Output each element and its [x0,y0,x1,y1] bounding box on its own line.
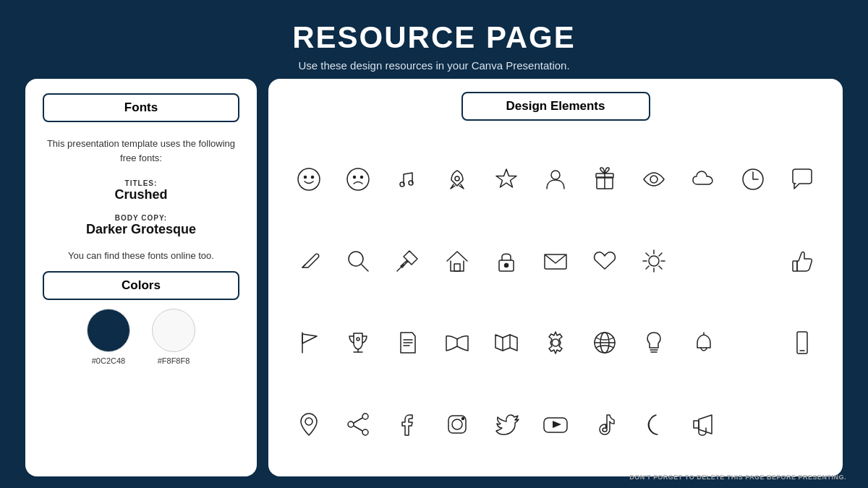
empty-slot-4 [734,406,772,443]
svg-marker-42 [495,335,517,351]
svg-line-29 [646,253,649,256]
svg-line-57 [354,418,362,423]
sun-icon [635,242,673,280]
svg-point-61 [461,417,464,419]
svg-point-22 [504,263,508,267]
bell-icon [685,324,723,361]
flag-icon [290,324,328,361]
sad-face-icon [339,160,377,198]
location-icon [290,406,328,443]
svg-line-58 [354,426,362,431]
svg-point-45 [552,339,559,346]
colors-label: Colors [43,271,239,300]
music-note-icon [388,160,426,198]
svg-rect-20 [454,264,460,271]
thumbsup-icon [783,242,821,280]
svg-point-24 [649,256,659,266]
twitter-icon [488,406,525,443]
main-content: Fonts This presentation template uses th… [25,79,843,488]
svg-line-19 [397,265,404,271]
color-swatches: #0C2C48 #F8F8F8 [43,309,239,365]
svg-point-60 [452,419,462,429]
svg-line-32 [646,266,649,269]
speech-bubble-icon [783,160,821,198]
left-panel: Fonts This presentation template uses th… [25,79,257,476]
home-icon [438,242,476,280]
share-icon [339,406,377,443]
search-icon [339,242,377,280]
svg-line-31 [659,253,662,256]
youtube-icon [537,406,574,443]
lock-icon [488,242,525,280]
smiley-icon [290,160,328,198]
trophy-icon [339,324,377,361]
colors-section: Colors #0C2C48 #F8F8F8 [43,271,239,365]
svg-point-5 [361,176,363,178]
globe-icon [586,324,624,361]
book-icon [438,324,476,361]
color-swatch-light: #F8F8F8 [152,309,195,365]
color-swatch-dark: #0C2C48 [87,309,130,365]
gift-icon [586,160,624,198]
color-circle-dark [87,309,130,352]
eye-icon [635,160,673,198]
fonts-label: Fonts [43,93,239,122]
footer-note: DON'T FORGET TO DELETE THIS PAGE BEFORE … [629,474,846,481]
right-panel: Design Elements [268,79,843,476]
title-label: TITLES: [114,179,167,187]
body-font-name: Darker Grotesque [86,222,196,237]
svg-point-54 [362,414,368,419]
empty-slot-2 [734,242,772,280]
title-font-name: Crushed [114,187,167,202]
fonts-description: This presentation template uses the foll… [43,137,239,165]
svg-point-3 [347,168,369,190]
mobile-icon [783,324,821,361]
color-circle-light [152,309,195,352]
svg-point-4 [354,176,356,178]
page-subtitle: Use these design resources in your Canva… [292,59,576,72]
color-hex-dark: #0C2C48 [92,356,125,365]
svg-point-1 [305,176,307,178]
svg-point-8 [455,176,459,181]
design-elements-label: Design Elements [461,92,650,121]
empty-slot-3 [734,324,772,361]
svg-line-30 [659,266,662,269]
person-icon [537,160,574,198]
svg-marker-9 [496,169,516,187]
svg-point-55 [348,421,354,427]
mail-icon [537,242,574,280]
svg-point-37 [357,338,359,341]
star-icon [488,160,525,198]
svg-point-17 [349,252,363,266]
gear-icon [537,324,574,361]
clock-icon [734,160,772,198]
document-icon [388,324,426,361]
svg-point-10 [551,171,560,179]
moon-icon [635,406,673,443]
body-label: BODY COPY: [86,214,196,222]
svg-line-18 [362,265,368,271]
pencil-icon [290,242,328,280]
title-font-entry: TITLES: Crushed [114,179,167,202]
svg-marker-63 [553,421,561,428]
svg-point-56 [362,429,368,435]
svg-rect-33 [793,261,797,271]
cloud-icon [685,160,723,198]
svg-point-0 [298,168,320,190]
svg-point-14 [650,176,658,183]
pin-icon [388,242,426,280]
page-title: RESOURCE PAGE [292,20,576,55]
svg-point-2 [312,176,314,178]
rocket-icon [438,160,476,198]
tiktok-icon [586,406,624,443]
find-fonts-text: You can find these fonts online too. [68,250,214,261]
color-hex-light: #F8F8F8 [158,356,190,365]
page-header: RESOURCE PAGE Use these design resources… [292,0,576,79]
icon-grid [286,140,825,463]
svg-point-53 [305,418,312,425]
map-icon [488,324,525,361]
empty-slot-1 [685,242,723,280]
instagram-icon [438,406,476,443]
megaphone-icon [685,406,723,443]
facebook-icon [388,406,426,443]
